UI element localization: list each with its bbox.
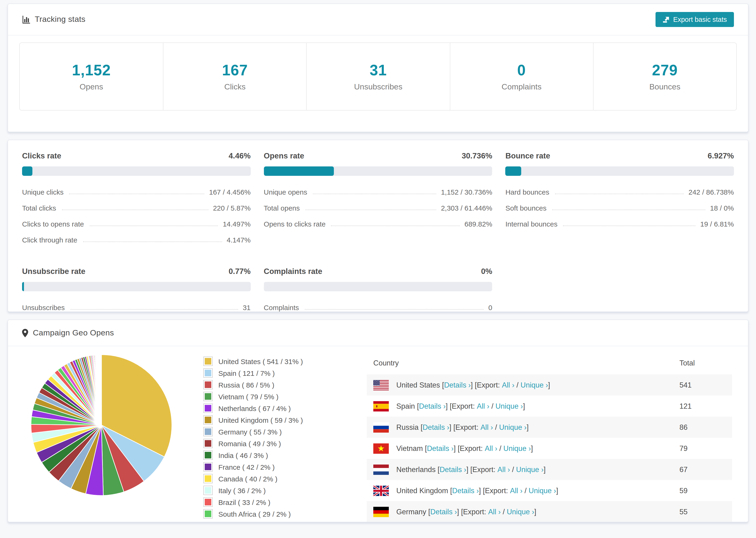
legend-label: France ( 42 / 2% ) <box>218 463 275 471</box>
flag-icon-de <box>373 507 389 517</box>
metric-value: 31 <box>243 303 250 311</box>
metric-value: 2,303 / 61.446% <box>441 204 492 212</box>
flag-icon-gb <box>373 485 389 496</box>
export-all-link[interactable]: All › <box>477 402 489 410</box>
progress-fill <box>264 166 334 176</box>
stat-card-clicks: 167 Clicks <box>163 43 306 110</box>
legend-item-south-africa[interactable]: South Africa ( 29 / 2% ) <box>203 509 367 518</box>
export-unique-link[interactable]: Unique › <box>516 465 544 474</box>
metric-row-internal-bounces: Internal bounces 19 / 6.81% <box>506 215 734 231</box>
metric-label: Total clicks <box>22 204 56 212</box>
stat-label: Unsubscribes <box>354 82 403 91</box>
progress-track <box>22 166 250 176</box>
geo-card-title: Campaign Geo Opens <box>33 328 114 338</box>
details-link[interactable]: Details › <box>452 486 479 495</box>
details-link[interactable]: Details › <box>423 423 449 431</box>
country-total: 121 <box>673 396 732 417</box>
geo-table-row-united-states: United States [Details ›] [Export: All ›… <box>367 374 732 396</box>
details-link[interactable]: Details › <box>430 508 457 516</box>
metric-label: Total opens <box>264 204 299 212</box>
metric-label: Unsubscribes <box>22 303 65 311</box>
metric-value: 4.147% <box>227 236 251 244</box>
legend-label: Italy ( 36 / 2% ) <box>218 486 266 494</box>
flag-icon-ru <box>373 422 389 432</box>
metric-label: Clicks to opens rate <box>22 220 84 228</box>
dotted-leader <box>331 226 460 226</box>
legend-item-italy[interactable]: Italy ( 36 / 2% ) <box>203 486 367 495</box>
flag-icon-us <box>373 380 389 390</box>
legend-item-canada[interactable]: Canada ( 40 / 2% ) <box>203 474 367 483</box>
export-all-link[interactable]: All › <box>498 465 510 474</box>
legend-item-vietnam[interactable]: Vietnam ( 79 / 5% ) <box>203 392 367 401</box>
metric-label: Unique clicks <box>22 188 64 196</box>
details-link[interactable]: Details › <box>444 381 471 389</box>
stat-label: Complaints <box>502 82 541 91</box>
export-all-link[interactable]: All › <box>488 508 501 516</box>
metric-row-hard-bounces: Hard bounces 242 / 86.738% <box>506 183 734 199</box>
export-basic-stats-button[interactable]: Export basic stats <box>655 12 734 27</box>
export-all-link[interactable]: All › <box>510 486 522 495</box>
export-all-link[interactable]: All › <box>480 423 493 431</box>
rate-title: Unsubscribe rate <box>22 267 85 276</box>
legend-label: Vietnam ( 79 / 5% ) <box>218 393 279 401</box>
legend-item-spain[interactable]: Spain ( 121 / 7% ) <box>203 368 367 378</box>
legend-item-germany[interactable]: Germany ( 55 / 3% ) <box>203 427 367 436</box>
export-all-link[interactable]: All › <box>502 381 514 389</box>
export-unique-link[interactable]: Unique › <box>499 423 527 431</box>
stat-value: 0 <box>517 62 526 79</box>
legend-item-united-kingdom[interactable]: United Kingdom ( 59 / 3% ) <box>203 415 367 425</box>
progress-fill <box>506 166 521 176</box>
country-total: 55 <box>673 501 732 522</box>
dotted-leader <box>71 309 238 310</box>
legend-item-netherlands[interactable]: Netherlands ( 67 / 4% ) <box>203 404 367 413</box>
tracking-stats-header: Tracking stats Export basic stats <box>8 4 748 35</box>
rate-value: 6.927% <box>708 151 734 160</box>
stat-label: Clicks <box>224 82 245 91</box>
metric-value: 0 <box>488 303 492 311</box>
geo-pie-legend: United States ( 541 / 31% ) Spain ( 121 … <box>203 356 367 521</box>
page-title: Tracking stats <box>35 15 85 24</box>
metric-row-soft-bounces: Soft bounces 18 / 0% <box>506 199 734 215</box>
geo-table: Country Total United States [Details ›] … <box>367 352 732 522</box>
bracket: [ <box>440 381 444 389</box>
country-name: Vietnam <box>396 444 423 453</box>
country-name: Germany <box>396 508 426 516</box>
progress-track <box>22 282 250 291</box>
legend-swatch <box>203 368 213 378</box>
details-link[interactable]: Details › <box>440 465 466 474</box>
legend-swatch <box>203 509 213 518</box>
rate-panel-complaints-rate: Complaints rate 0% Complaints 0 <box>264 267 492 315</box>
flag-icon-es <box>373 401 389 411</box>
export-unique-link[interactable]: Unique › <box>503 444 531 453</box>
country-name: Netherlands <box>396 465 436 474</box>
details-link[interactable]: Details › <box>427 444 454 453</box>
legend-item-brazil[interactable]: Brazil ( 33 / 2% ) <box>203 497 367 507</box>
legend-label: United Kingdom ( 59 / 3% ) <box>218 416 303 424</box>
rate-panel-clicks-rate: Clicks rate 4.46% Unique clicks 167 / 4.… <box>22 151 250 247</box>
export-unique-link[interactable]: Unique › <box>529 486 556 495</box>
metric-value: 14.497% <box>223 220 250 228</box>
legend-item-russia[interactable]: Russia ( 86 / 5% ) <box>203 380 367 389</box>
geo-table-row-spain: Spain [Details ›] [Export: All › / Uniqu… <box>367 396 732 417</box>
metric-row-clicks-to-opens-rate: Clicks to opens rate 14.497% <box>22 215 250 231</box>
metric-label: Complaints <box>264 303 299 311</box>
export-unique-link[interactable]: Unique › <box>507 508 534 516</box>
dotted-leader <box>313 194 436 194</box>
export-all-link[interactable]: All › <box>485 444 497 453</box>
stat-label: Opens <box>80 82 103 91</box>
legend-swatch <box>203 427 213 436</box>
legend-item-france[interactable]: France ( 42 / 2% ) <box>203 462 367 471</box>
export-unique-link[interactable]: Unique › <box>495 402 523 410</box>
export-unique-link[interactable]: Unique › <box>520 381 548 389</box>
details-link[interactable]: Details › <box>419 402 446 410</box>
country-total: 79 <box>673 438 732 459</box>
stat-card-bounces: 279 Bounces <box>593 43 736 110</box>
legend-item-romania[interactable]: Romania ( 49 / 3% ) <box>203 439 367 448</box>
dotted-leader <box>62 210 208 210</box>
legend-item-india[interactable]: India ( 46 / 3% ) <box>203 451 367 460</box>
legend-item-united-states[interactable]: United States ( 541 / 31% ) <box>203 356 367 366</box>
progress-fill <box>22 282 24 291</box>
country-name: Russia <box>396 423 419 431</box>
geo-table-row-germany: Germany [Details ›] [Export: All › / Uni… <box>367 501 732 522</box>
progress-fill <box>22 166 32 176</box>
